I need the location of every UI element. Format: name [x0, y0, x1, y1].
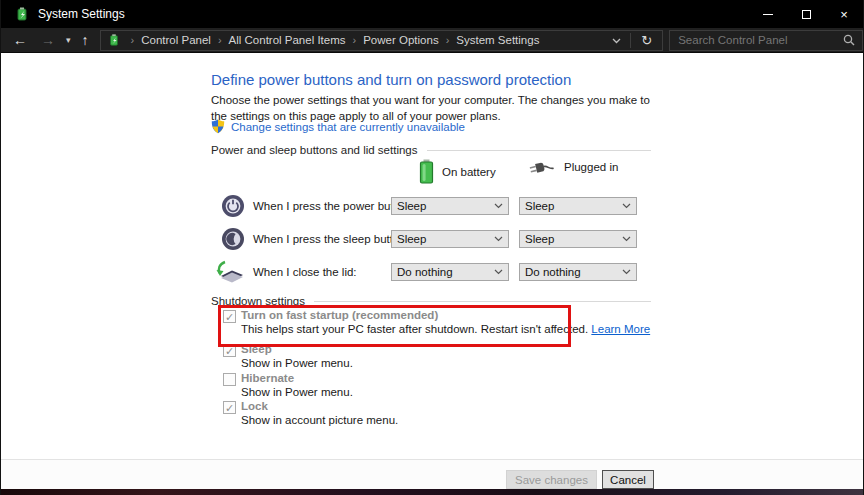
- learn-more-link[interactable]: Learn More: [591, 323, 650, 335]
- close-button[interactable]: ×: [825, 0, 863, 28]
- search-input[interactable]: [670, 34, 843, 46]
- sleep-label: Sleep: [241, 343, 272, 355]
- sleep-checkbox[interactable]: ✓: [223, 344, 236, 357]
- close-icon: ×: [840, 7, 848, 22]
- up-button[interactable]: ↑: [75, 33, 96, 47]
- address-bar[interactable]: › Control Panel › All Control Panel Item…: [100, 30, 664, 51]
- lock-label: Lock: [241, 400, 268, 412]
- sleep-button-on-battery-select[interactable]: Sleep: [391, 230, 509, 248]
- lid-close-icon: [215, 260, 245, 286]
- section-shutdown-settings: Shutdown settings: [211, 295, 651, 307]
- breadcrumb-separator: ›: [213, 34, 227, 46]
- column-label: Plugged in: [564, 161, 618, 173]
- close-lid-plugged-in-select[interactable]: Do nothing: [519, 263, 637, 281]
- chevron-down-icon: [622, 203, 631, 209]
- main-content: Define power buttons and turn on passwor…: [1, 53, 863, 459]
- sleep-button-icon: [221, 227, 245, 251]
- save-changes-button[interactable]: Save changes: [506, 470, 597, 489]
- power-button-icon: [221, 194, 245, 218]
- breadcrumb-separator: ›: [441, 34, 455, 46]
- address-dropdown-chevron-icon[interactable]: [603, 34, 630, 46]
- lock-description: Show in account picture menu.: [241, 414, 398, 426]
- lock-checkbox[interactable]: ✓: [223, 401, 236, 414]
- recent-pages-chevron-icon[interactable]: ▾: [62, 36, 75, 45]
- footer-bar: Save changes Cancel: [1, 459, 863, 489]
- cancel-button[interactable]: Cancel: [602, 470, 654, 489]
- power-button-row: When I press the power button: Sleep Sle…: [211, 194, 651, 220]
- fast-startup-label: Turn on fast startup (recommended): [241, 309, 438, 321]
- close-lid-on-battery-select[interactable]: Do nothing: [391, 263, 509, 281]
- maximize-icon: [802, 10, 811, 19]
- breadcrumb-system-settings[interactable]: System Settings: [454, 34, 541, 46]
- chevron-down-icon: [622, 269, 631, 275]
- close-lid-row: When I close the lid: Do nothing Do noth…: [211, 260, 651, 286]
- chevron-down-icon: [494, 236, 503, 242]
- section-title: Power and sleep buttons and lid settings: [211, 144, 418, 156]
- plugged-in-column-header: Plugged in: [529, 159, 618, 175]
- sleep-description: Show in Power menu.: [241, 357, 353, 369]
- control-panel-icon: [107, 33, 121, 47]
- breadcrumb-power-options[interactable]: Power Options: [361, 34, 440, 46]
- sleep-button-row: When I press the sleep button: Sleep Sle…: [211, 227, 651, 253]
- divider: [314, 301, 651, 302]
- divider: [427, 150, 652, 151]
- navigation-toolbar: ← → ▾ ↑ › Control Panel › All Control Pa…: [1, 28, 863, 53]
- app-icon: [14, 6, 30, 22]
- desktop-wallpaper-strip: [1, 489, 863, 495]
- maximize-button[interactable]: [787, 0, 825, 28]
- refresh-icon[interactable]: ↻: [631, 33, 662, 48]
- breadcrumb-separator: ›: [126, 34, 140, 46]
- chevron-down-icon: [494, 269, 503, 275]
- fast-startup-checkbox[interactable]: ✓: [223, 310, 236, 323]
- power-button-plugged-in-select[interactable]: Sleep: [519, 197, 637, 215]
- chevron-down-icon: [622, 236, 631, 242]
- change-unavailable-settings-link[interactable]: Change settings that are currently unava…: [231, 121, 465, 133]
- sleep-button-plugged-in-select[interactable]: Sleep: [519, 230, 637, 248]
- back-button[interactable]: ←: [6, 33, 34, 47]
- section-title: Shutdown settings: [211, 295, 305, 307]
- minimize-icon: [763, 14, 773, 15]
- battery-icon: [419, 159, 434, 184]
- breadcrumb-all-items[interactable]: All Control Panel Items: [227, 34, 348, 46]
- section-power-sleep-lid: Power and sleep buttons and lid settings: [211, 144, 651, 156]
- hibernate-checkbox[interactable]: [223, 373, 236, 386]
- row-label: When I press the power button:: [253, 200, 413, 212]
- breadcrumb-control-panel[interactable]: Control Panel: [139, 34, 213, 46]
- window-title: System Settings: [38, 7, 125, 21]
- system-settings-window: System Settings × ← → ▾ ↑ › Control Pane…: [0, 0, 864, 495]
- uac-shield-icon: [211, 119, 225, 134]
- chevron-down-icon: [494, 203, 503, 209]
- search-box[interactable]: [669, 30, 863, 51]
- search-icon[interactable]: [843, 34, 855, 46]
- title-bar: System Settings ×: [1, 0, 863, 28]
- plug-icon: [529, 159, 556, 175]
- row-label: When I press the sleep button:: [253, 233, 409, 245]
- hibernate-label: Hibernate: [241, 372, 294, 384]
- row-label: When I close the lid:: [253, 266, 357, 278]
- on-battery-column-header: On battery: [419, 159, 496, 184]
- power-button-on-battery-select[interactable]: Sleep: [391, 197, 509, 215]
- fast-startup-description: This helps start your PC faster after sh…: [241, 323, 650, 335]
- minimize-button[interactable]: [749, 0, 787, 28]
- hibernate-description: Show in Power menu.: [241, 386, 353, 398]
- breadcrumb-separator: ›: [348, 34, 362, 46]
- column-label: On battery: [442, 166, 496, 178]
- forward-button[interactable]: →: [34, 33, 62, 47]
- page-title: Define power buttons and turn on passwor…: [211, 71, 571, 88]
